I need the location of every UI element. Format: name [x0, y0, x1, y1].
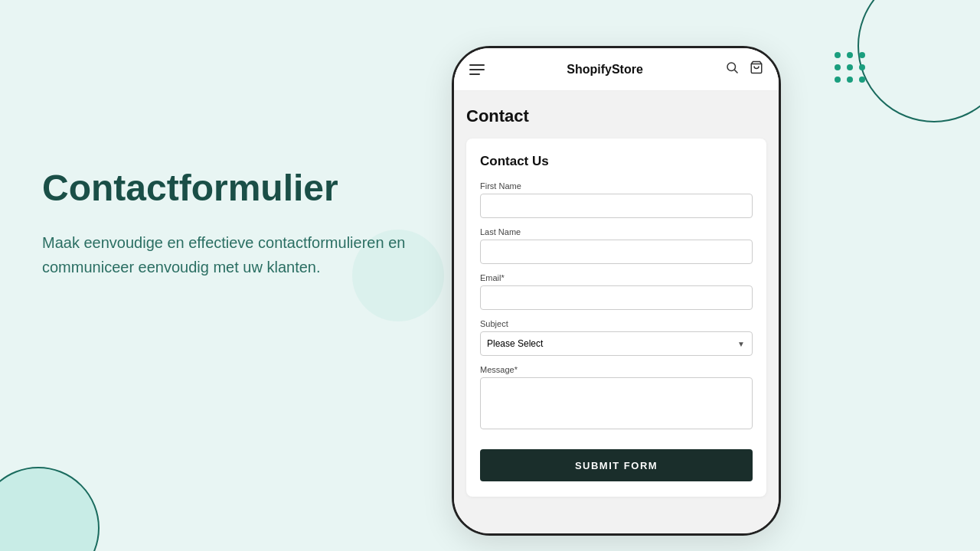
navbar-icons: [725, 60, 763, 78]
dot-8: [847, 77, 853, 83]
menu-line-1: [469, 64, 485, 66]
phone-mockup: ShopifyStore Contact: [452, 46, 781, 536]
first-name-input[interactable]: [480, 194, 753, 218]
deco-circle-top-right: [858, 0, 980, 122]
phone-navbar: ShopifyStore: [454, 48, 779, 91]
dot-6: [859, 64, 865, 70]
dot-1: [835, 52, 841, 58]
menu-icon[interactable]: [469, 64, 485, 75]
menu-line-3: [469, 73, 480, 75]
subject-select-wrapper: Please Select General Inquiry Support Fe…: [480, 331, 753, 356]
email-input[interactable]: [480, 285, 753, 310]
navbar-logo: ShopifyStore: [567, 63, 643, 77]
subject-group: Subject Please Select General Inquiry Su…: [480, 319, 753, 356]
subject-select[interactable]: Please Select General Inquiry Support Fe…: [480, 331, 753, 356]
card-title: Contact Us: [480, 154, 753, 169]
dot-2: [847, 52, 853, 58]
submit-button[interactable]: SUBMIT FORM: [480, 449, 753, 481]
message-textarea[interactable]: [480, 377, 753, 429]
last-name-group: Last Name: [480, 227, 753, 264]
last-name-label: Last Name: [480, 227, 753, 236]
subtitle: Maak eenvoudige en effectieve contactfor…: [42, 230, 410, 279]
svg-line-1: [734, 70, 737, 73]
email-label: Email*: [480, 273, 753, 282]
phone-content: Contact Contact Us First Name Last Name …: [454, 91, 779, 512]
dot-9: [859, 77, 865, 83]
search-icon[interactable]: [725, 60, 739, 78]
message-group: Message*: [480, 365, 753, 432]
menu-line-2: [469, 69, 485, 70]
contact-card: Contact Us First Name Last Name Email*: [466, 139, 766, 497]
page-title: Contact: [466, 106, 766, 126]
first-name-label: First Name: [480, 181, 753, 191]
cart-icon[interactable]: [750, 60, 763, 78]
dot-3: [859, 52, 865, 58]
dot-4: [835, 64, 841, 70]
phone-screen: ShopifyStore Contact: [454, 48, 779, 533]
last-name-input[interactable]: [480, 240, 753, 264]
message-label: Message*: [480, 365, 753, 374]
first-name-group: First Name: [480, 181, 753, 218]
svg-point-0: [727, 63, 736, 71]
main-title: Contactformulier: [42, 168, 410, 209]
left-content: Contactformulier Maak eenvoudige en effe…: [42, 168, 410, 279]
email-group: Email*: [480, 273, 753, 310]
deco-dots: [835, 52, 867, 84]
dot-7: [835, 77, 841, 83]
deco-circle-bottom-left: [0, 467, 100, 551]
dot-5: [847, 64, 853, 70]
subject-label: Subject: [480, 319, 753, 328]
